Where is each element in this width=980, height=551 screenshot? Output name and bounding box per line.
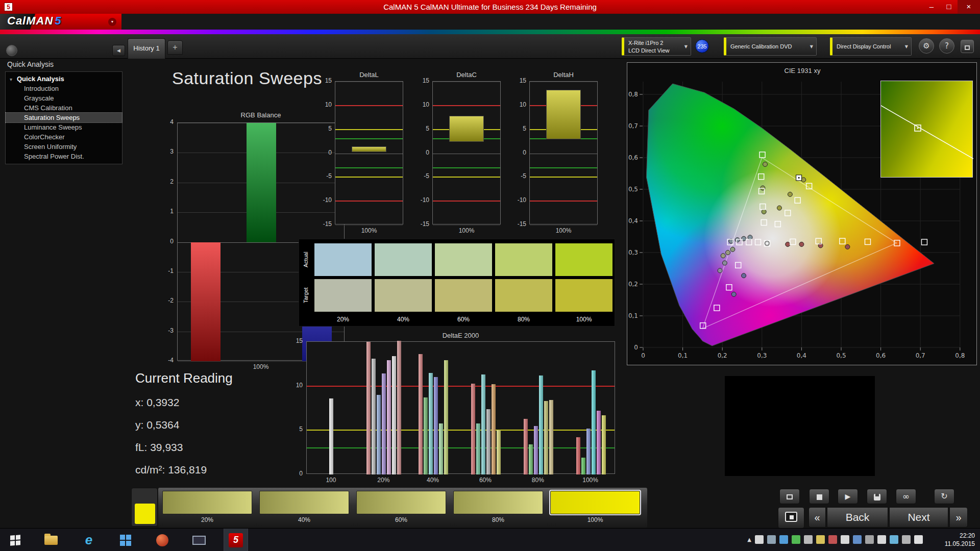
sidebar-item-luminance-sweeps[interactable]: Luminance Sweeps — [6, 122, 122, 132]
x-tick-label: 0,2 — [718, 352, 727, 359]
taskbar-clock[interactable]: 22:20 11.05.2015 — [945, 532, 975, 548]
stop-button[interactable] — [809, 489, 829, 504]
loop-button[interactable]: ∞ — [896, 489, 916, 504]
deltae-bar — [602, 415, 606, 474]
display-control-selector[interactable]: Direct Display Control ▼ — [830, 37, 912, 56]
tray-icon[interactable] — [914, 535, 923, 544]
tray-icon[interactable] — [804, 535, 813, 544]
tick-label: 3 — [155, 148, 174, 155]
minimize-button[interactable]: – — [923, 0, 940, 14]
pattern-toggle-button[interactable] — [778, 507, 804, 529]
tray-icon[interactable] — [853, 535, 862, 544]
tray-icon[interactable] — [767, 535, 776, 544]
add-tab-button[interactable]: + — [167, 40, 183, 55]
tray-icon[interactable] — [865, 535, 874, 544]
grid-line — [433, 225, 500, 226]
refresh-button[interactable]: ↻ — [934, 489, 954, 504]
taskbar-app2-button[interactable] — [187, 529, 211, 551]
tray-icon[interactable] — [890, 535, 898, 544]
pattern-window-button[interactable] — [779, 489, 800, 504]
deltae-bar — [597, 411, 601, 474]
taskbar-calman-button[interactable]: 5 — [224, 529, 248, 551]
source-selector[interactable]: Generic Calibration DVD ▼ — [724, 37, 817, 56]
tray-icon[interactable] — [902, 535, 911, 544]
grid-line — [335, 225, 403, 226]
taskbar: e 5 ▲ 22:20 11.05.2015 — [0, 528, 980, 551]
loop-icon: ∞ — [902, 491, 910, 502]
meter-mode: LCD Direct View — [628, 47, 670, 54]
back-chevron-button[interactable]: « — [808, 507, 826, 528]
sidebar-item-grayscale[interactable]: Grayscale — [6, 93, 122, 103]
row-label-target: Target — [300, 279, 312, 312]
deltae-bar — [534, 426, 538, 474]
cie-measurement — [742, 273, 746, 278]
cie-target — [921, 239, 927, 245]
back-button[interactable]: Back — [827, 507, 888, 528]
next-chevron-button[interactable]: » — [949, 507, 968, 528]
tray-icon[interactable] — [816, 535, 825, 544]
tray-icon[interactable] — [792, 535, 800, 544]
rgb-bar-red — [191, 242, 220, 362]
sidebar-item-spectral-power-dist-[interactable]: Spectral Power Dist. — [6, 152, 122, 161]
deltah-plot — [529, 81, 598, 224]
file-explorer-button[interactable] — [39, 529, 63, 551]
tree-root-item: ▾Quick Analysis — [6, 74, 122, 84]
reference-line — [530, 167, 597, 168]
internet-explorer-button[interactable]: e — [77, 529, 101, 551]
show-hidden-icons-button[interactable]: ▲ — [747, 535, 751, 544]
play-button[interactable]: ▶ — [838, 489, 858, 504]
reference-line — [433, 177, 500, 178]
save-button[interactable] — [867, 489, 887, 504]
sweep-swatch-60%[interactable] — [356, 491, 446, 514]
saturation-sweep-strip: 20%40%60%80%100% — [158, 488, 647, 528]
sidebar-item-colorchecker[interactable]: ColorChecker — [6, 132, 122, 142]
inset-gamut-edge — [881, 106, 973, 159]
logo-brand: CalMAN — [7, 14, 53, 27]
deltae-bar — [529, 444, 533, 474]
tick-label: -2 — [155, 297, 174, 304]
deltae-bar — [497, 430, 501, 474]
reference-line — [433, 105, 500, 106]
sweep-swatch-40%[interactable] — [259, 491, 349, 514]
tab-history-1[interactable]: History 1 — [128, 38, 165, 59]
maximize-button[interactable]: □ — [940, 0, 958, 14]
sidebar-item-screen-uniformity[interactable]: Screen Uniformity — [6, 142, 122, 152]
apps-tiles-button[interactable] — [113, 529, 138, 551]
tree-expander-icon[interactable]: ▾ — [10, 74, 17, 84]
tray-icon[interactable] — [841, 535, 849, 544]
sweep-swatch-100%[interactable] — [550, 491, 640, 514]
next-button[interactable]: Next — [889, 507, 948, 528]
deltae-bar — [439, 423, 443, 475]
cie-measurement — [801, 178, 806, 182]
close-button[interactable]: × — [958, 0, 980, 14]
target-swatch-100% — [555, 279, 612, 312]
start-button[interactable] — [3, 529, 28, 551]
window-app-icon — [192, 536, 206, 545]
workflow-button[interactable] — [6, 45, 17, 56]
deltae-bar — [549, 400, 553, 474]
tray-icon[interactable] — [755, 535, 764, 544]
sweep-swatch-20%[interactable] — [162, 491, 252, 514]
taskbar-app-button[interactable] — [150, 529, 175, 551]
reference-line — [433, 201, 500, 202]
tray-icon[interactable] — [877, 535, 886, 544]
logo-menu-button[interactable]: ▼ — [108, 18, 116, 26]
help-button[interactable]: ? — [939, 38, 954, 54]
tray-icon[interactable] — [779, 535, 788, 544]
actual-swatch-60% — [435, 243, 492, 276]
tray-icon[interactable] — [828, 535, 837, 544]
stop-icon — [817, 494, 822, 500]
deltae-bar — [476, 423, 480, 475]
layout-button[interactable] — [961, 40, 974, 53]
sweep-label: 40% — [259, 516, 349, 523]
collapse-sidebar-button[interactable]: ◀ — [112, 45, 125, 56]
settings-gear-button[interactable]: ⚙ — [919, 38, 934, 54]
sweep-swatch-80%[interactable] — [453, 491, 543, 514]
sidebar-item-saturation-sweeps[interactable]: Saturation Sweeps — [6, 113, 122, 122]
sidebar-item-introduction[interactable]: Introduction — [6, 84, 122, 93]
calman-logo: CalMAN5 ▼ — [0, 14, 121, 30]
sidebar-item-cms-calibration[interactable]: CMS Calibration — [6, 103, 122, 113]
delta-c-chart: DeltaC-15-10-5051015100% — [409, 71, 511, 240]
meter-selector[interactable]: X-Rite i1Pro 2 LCD Direct View ▼ — [622, 37, 691, 56]
deltae-bar — [486, 409, 491, 474]
